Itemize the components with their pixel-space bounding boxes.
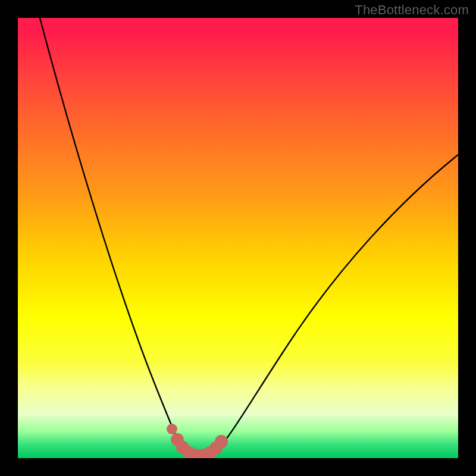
chart-frame: TheBottleneck.com (0, 0, 476, 476)
curve-layer (18, 18, 458, 458)
watermark-text: TheBottleneck.com (355, 2, 469, 18)
plot-area (18, 18, 458, 458)
bottleneck-curve (40, 18, 458, 456)
marker-dot (215, 435, 228, 448)
highlight-markers (167, 424, 228, 458)
marker-dot (167, 424, 177, 434)
